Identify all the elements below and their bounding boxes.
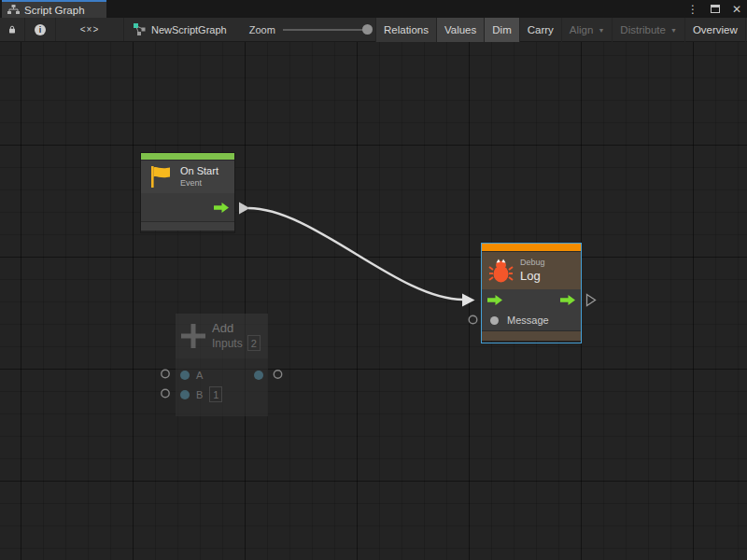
debug-input-port[interactable] [462,294,475,307]
connection-wire[interactable] [248,208,463,300]
graph-name: NewScriptGraph [151,24,227,35]
bug-icon [488,258,514,284]
debug-category: Debug [520,258,545,268]
debug-footer [482,330,581,341]
info-button[interactable]: i [25,18,56,41]
debug-title: Log [520,269,545,284]
on-start-accent-bar [141,153,234,160]
code-icon: <×> [80,24,100,35]
zoom-slider[interactable] [283,29,369,31]
script-graph-window: Script Graph ⋮ ✕ i <×> [0,0,747,560]
port-a-icon[interactable] [180,371,190,380]
port-b-value-field[interactable]: 1 [209,386,222,402]
plus-icon [180,323,206,349]
lock-button[interactable] [0,18,25,41]
hierarchy-icon [7,5,20,15]
inputs-label: Inputs [212,337,243,350]
flow-input-arrow-icon[interactable] [487,295,502,305]
sum-output-port-icon[interactable] [254,371,263,380]
graph-toolbar: i <×> NewScriptGraph Zoom 1x Relations V… [0,18,747,42]
flow-output-arrow-icon[interactable] [214,203,229,213]
chevron-down-icon: ▼ [598,27,604,34]
port-b-label: B [196,389,203,400]
node-add-ghost[interactable]: Add Inputs 2 A B 1 [176,314,268,416]
info-icon: i [35,24,46,35]
zoom-control: Zoom 1x [249,18,388,41]
tab-title: Script Graph [24,5,85,16]
on-start-title: On Start [180,165,218,178]
edit-source-button[interactable]: <×> [56,18,124,41]
message-port-icon[interactable] [490,316,499,325]
zoom-label: Zoom [249,24,275,35]
graph-canvas[interactable]: On Start Event [0,42,747,560]
debug-output-port-empty[interactable] [587,295,596,306]
ghost-input-a-port-empty[interactable] [162,370,169,377]
on-start-subtitle: Event [180,178,218,189]
window-menu-icon[interactable]: ⋮ [687,4,698,15]
input-row-b: B 1 [176,385,268,404]
chevron-down-icon: ▼ [670,27,677,34]
distribute-dropdown[interactable]: Distribute ▼ [612,18,684,42]
node-debug-log[interactable]: Debug Log Message [481,243,582,343]
port-b-icon[interactable] [180,390,190,399]
flow-output-arrow-icon[interactable] [560,295,575,305]
input-row-a: A [176,365,268,385]
toggle-carry[interactable]: Carry [519,18,561,42]
graph-reference[interactable]: NewScriptGraph [134,18,227,41]
port-a-label: A [196,370,203,381]
toggle-relations[interactable]: Relations [375,18,436,42]
lock-icon [8,23,16,35]
zoom-slider-handle[interactable] [362,24,373,35]
toggle-values[interactable]: Values [436,18,484,42]
on-start-output-port[interactable] [239,203,250,215]
toolbar-toggles: Relations Values Dim Carry Align ▼ Distr… [375,18,747,42]
window-controls: ⋮ ✕ [687,0,741,18]
maximize-icon[interactable] [711,5,720,13]
ghost-input-b-port-empty[interactable] [162,389,169,397]
tab-script-graph[interactable]: Script Graph [2,0,106,18]
tab-strip: Script Graph ⋮ ✕ [0,0,747,18]
connections-overlay [0,42,747,560]
node-on-start[interactable]: On Start Event [140,152,235,233]
close-icon[interactable]: ✕ [732,4,741,15]
toggle-overview[interactable]: Overview [684,18,745,42]
toggle-dim[interactable]: Dim [484,18,518,42]
flag-icon [148,163,174,190]
ghost-output-port-empty[interactable] [274,371,281,378]
add-title: Add [212,321,261,336]
inputs-count-field[interactable]: 2 [247,335,261,351]
align-dropdown[interactable]: Align ▼ [561,18,613,42]
on-start-footer [141,221,234,231]
graph-asset-icon [134,23,146,35]
message-port-empty[interactable] [469,315,477,324]
debug-accent-bar [482,244,581,251]
message-label: Message [507,315,549,326]
